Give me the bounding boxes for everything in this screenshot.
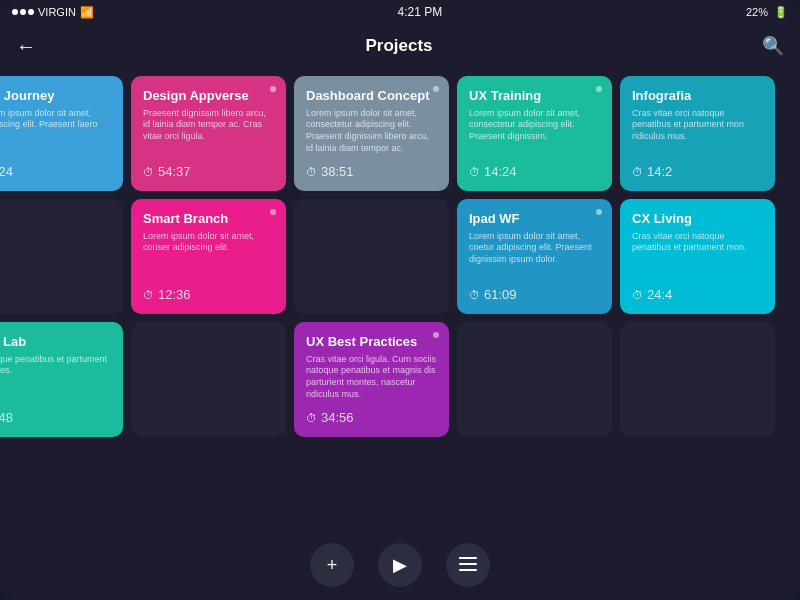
play-button[interactable]: ▶ [378, 543, 422, 587]
card-dot [433, 332, 439, 338]
svg-rect-2 [459, 569, 477, 571]
timer-value: 14:24 [484, 164, 517, 179]
status-right: 22% 🔋 [746, 6, 788, 19]
page-title: Projects [365, 36, 432, 56]
timer-icon: ⏱ [143, 289, 154, 301]
timer-icon: ⏱ [469, 166, 480, 178]
device-frame: VIRGIN 📶 4:21 PM 22% 🔋 ← Projects 🔍 ner … [0, 0, 800, 600]
card-timer: ⏱ 38:51 [306, 164, 437, 179]
card-body: Lorem ipsum dolor sit amet, conser adipi… [143, 231, 274, 254]
status-left: VIRGIN 📶 [12, 6, 94, 19]
card-dashboard-concept[interactable]: Dashboard Concept Lorem ipsum dolor sit … [294, 76, 449, 191]
card-title: UX Best Practices [306, 334, 437, 350]
card-body: Lorem ipsum dolor sit amet, consectetur … [306, 108, 437, 155]
card-title: Dashboard Concept [306, 88, 437, 104]
search-button[interactable]: 🔍 [762, 35, 784, 57]
timer-value: 54:37 [158, 164, 191, 179]
status-time: 4:21 PM [398, 5, 443, 19]
timer-icon: ⏱ [306, 166, 317, 178]
timer-icon: ⏱ [306, 412, 317, 424]
card-timer: ⏱ :24 [0, 164, 111, 179]
card-title: Infografia [632, 88, 763, 104]
add-icon: + [327, 555, 338, 576]
add-button[interactable]: + [310, 543, 354, 587]
card-empty-5 [620, 322, 775, 437]
card-body: Cras vitae orci ligula. Cum sociis natoq… [306, 354, 437, 401]
card-empty-1 [0, 199, 123, 314]
timer-value: :24 [0, 164, 13, 179]
card-ing-lab[interactable]: ing Lab natoque penatibus et partument m… [0, 322, 123, 437]
card-dot [270, 86, 276, 92]
card-title: Smart Branch [143, 211, 274, 227]
card-ux-training[interactable]: UX Training Lorem ipsum dolor sit amet, … [457, 76, 612, 191]
card-infografia[interactable]: Infografia Cras vitae orci natoque penat… [620, 76, 775, 191]
card-ux-best-practices[interactable]: UX Best Practices Cras vitae orci ligula… [294, 322, 449, 437]
card-timer: ⏱ 61:09 [469, 287, 600, 302]
card-body: Cras vitae orci natoque penatibus et par… [632, 231, 763, 254]
nav-bar: ← Projects 🔍 [0, 24, 800, 68]
card-body: natoque penatibus et partument montes. [0, 354, 111, 377]
timer-value: 12:36 [158, 287, 191, 302]
carrier-label: VIRGIN [38, 6, 76, 18]
wifi-icon: 📶 [80, 6, 94, 19]
timer-value: :48 [0, 410, 13, 425]
timer-icon: ⏱ [143, 166, 154, 178]
card-title: ner Journey [0, 88, 111, 104]
cards-grid: ner Journey Lorem ipsum dolor sit amet, … [0, 76, 752, 437]
card-timer: ⏱ 34:56 [306, 410, 437, 425]
cards-grid-area: ner Journey Lorem ipsum dolor sit amet, … [0, 68, 800, 530]
card-dot [270, 209, 276, 215]
card-body: Lorem ipsum dolor sit amet, adipiscing e… [0, 108, 111, 143]
timer-value: 61:09 [484, 287, 517, 302]
card-timer: ⏱ :48 [0, 410, 111, 425]
signal-dot-3 [28, 9, 34, 15]
svg-rect-1 [459, 563, 477, 565]
back-button[interactable]: ← [16, 35, 36, 58]
battery-icon: 🔋 [774, 6, 788, 19]
svg-rect-3 [459, 557, 462, 559]
card-timer: ⏱ 24:4 [632, 287, 763, 302]
card-body: Lorem ipsum dolor sit amet, consectetur … [469, 108, 600, 143]
card-dot [596, 86, 602, 92]
card-timer: ⏱ 54:37 [143, 164, 274, 179]
card-ner-journey[interactable]: ner Journey Lorem ipsum dolor sit amet, … [0, 76, 123, 191]
card-title: Design Appverse [143, 88, 274, 104]
timer-icon: ⏱ [632, 166, 643, 178]
card-empty-4 [457, 322, 612, 437]
card-smart-branch[interactable]: Smart Branch Lorem ipsum dolor sit amet,… [131, 199, 286, 314]
signal-dot-2 [20, 9, 26, 15]
card-body: Praesent dignissim libero arcu, id laini… [143, 108, 274, 143]
card-empty-2 [294, 199, 449, 314]
list-icon [459, 557, 477, 573]
status-bar: VIRGIN 📶 4:21 PM 22% 🔋 [0, 0, 800, 24]
card-design-appverse[interactable]: Design Appverse Praesent dignissim liber… [131, 76, 286, 191]
timer-value: 24:4 [647, 287, 672, 302]
timer-value: 38:51 [321, 164, 354, 179]
card-title: CX Living [632, 211, 763, 227]
card-body: Cras vitae orci natoque penatibus et par… [632, 108, 763, 143]
play-icon: ▶ [393, 554, 407, 576]
timer-value: 14:2 [647, 164, 672, 179]
card-ipad-wf[interactable]: Ipad WF Lorem ipsum dolor sit amet, coet… [457, 199, 612, 314]
card-timer: ⏱ 14:24 [469, 164, 600, 179]
card-dot [596, 209, 602, 215]
signal-dots [12, 9, 34, 15]
card-title: ing Lab [0, 334, 111, 350]
card-empty-3 [131, 322, 286, 437]
bottom-bar: + ▶ [0, 530, 800, 600]
card-title: Ipad WF [469, 211, 600, 227]
card-body: Lorem ipsum dolor sit amet, coetur adipi… [469, 231, 600, 266]
timer-icon: ⏱ [632, 289, 643, 301]
card-dot [433, 86, 439, 92]
timer-icon: ⏱ [469, 289, 480, 301]
card-timer: ⏱ 14:2 [632, 164, 763, 179]
card-cx-living[interactable]: CX Living Cras vitae orci natoque penati… [620, 199, 775, 314]
card-title: UX Training [469, 88, 600, 104]
card-timer: ⏱ 12:36 [143, 287, 274, 302]
list-button[interactable] [446, 543, 490, 587]
timer-value: 34:56 [321, 410, 354, 425]
battery-pct: 22% [746, 6, 768, 18]
signal-dot-1 [12, 9, 18, 15]
